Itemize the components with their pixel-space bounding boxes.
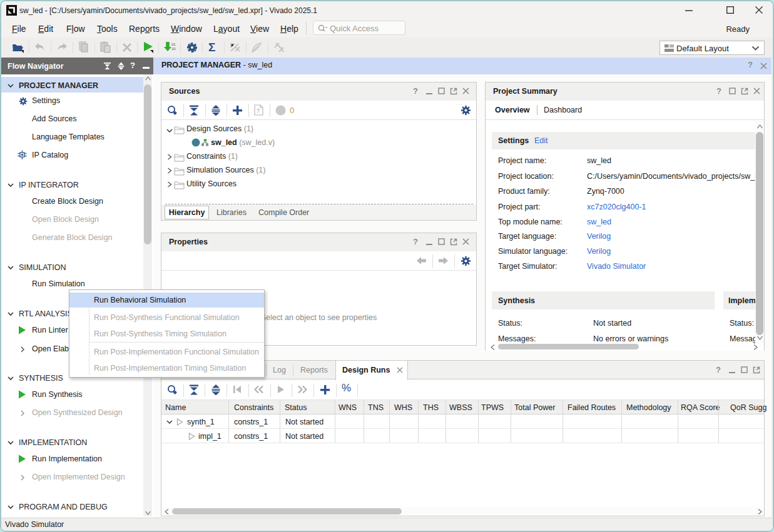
- svg-text:01: 01: [171, 43, 176, 46]
- svg-text:?: ?: [257, 108, 260, 114]
- svg-text:10: 10: [171, 47, 176, 51]
